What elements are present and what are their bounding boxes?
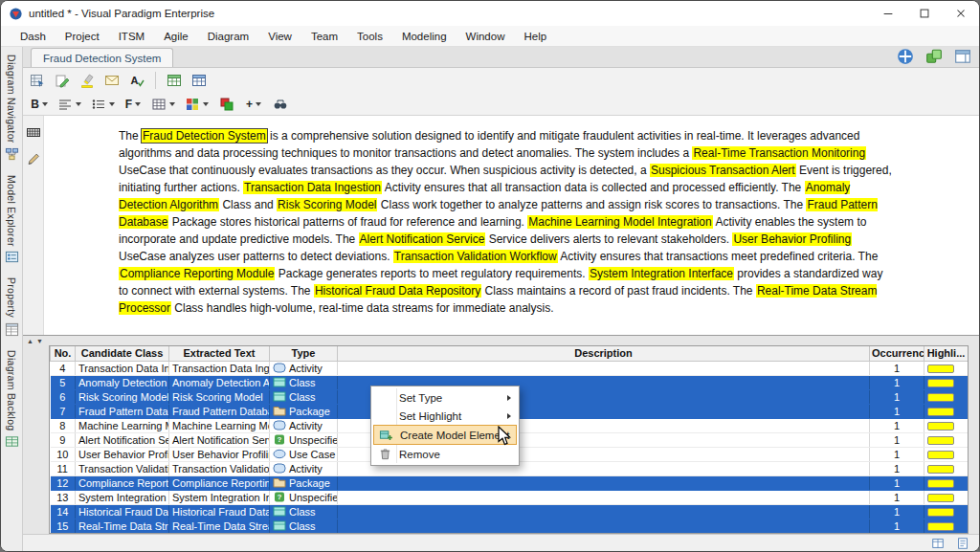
menu-diagram[interactable]: Diagram bbox=[198, 29, 258, 44]
type-label: Activity bbox=[289, 463, 323, 475]
highlight-color-swatch[interactable] bbox=[927, 436, 954, 445]
sidebar-tab-diagram-navigator[interactable]: Diagram Navigator bbox=[5, 55, 19, 162]
highlight-color-swatch[interactable] bbox=[927, 379, 954, 387]
highlight-color-swatch[interactable] bbox=[927, 364, 954, 373]
column-header-description[interactable]: Description bbox=[338, 346, 870, 361]
align-button[interactable] bbox=[56, 95, 83, 114]
highlighted-term[interactable]: System Integration Interface bbox=[589, 267, 734, 280]
highlighted-term[interactable]: Historical Fraud Data Repository bbox=[314, 284, 481, 298]
dropdown-arrow-icon bbox=[256, 102, 261, 106]
color-pair-button[interactable] bbox=[216, 95, 237, 114]
highlighted-term[interactable]: Fraud Detection System bbox=[142, 129, 267, 143]
sidebar-tab-property[interactable]: Property bbox=[5, 277, 19, 336]
model-grid-button[interactable] bbox=[189, 71, 210, 90]
pencil-tool-button[interactable] bbox=[25, 150, 42, 167]
highlight-color-swatch[interactable] bbox=[927, 494, 954, 502]
highlighted-term[interactable]: Alert Notification Service bbox=[359, 232, 486, 246]
find-button[interactable] bbox=[270, 95, 291, 114]
cell-occurrence: 1 bbox=[870, 475, 924, 490]
highlight-color-swatch[interactable] bbox=[927, 408, 954, 416]
align-icon bbox=[57, 97, 73, 112]
highlight-color-swatch[interactable] bbox=[927, 465, 954, 474]
collapse-panel-button[interactable]: ▲ bbox=[27, 338, 33, 344]
menu-item-remove[interactable]: Remove bbox=[373, 445, 517, 463]
menu-team[interactable]: Team bbox=[301, 29, 347, 44]
highlight-color-swatch[interactable] bbox=[927, 508, 954, 517]
cell-extracted-text: Machine Learning Model Integration bbox=[169, 418, 270, 432]
highlighted-term[interactable]: Risk Scoring Model bbox=[277, 198, 377, 211]
sidebar-tab-diagram-backlog[interactable]: Diagram Backlog bbox=[5, 350, 19, 449]
menu-item-set-type[interactable]: Set Type bbox=[373, 388, 517, 407]
highlight-color-swatch[interactable] bbox=[927, 422, 954, 431]
table-button[interactable] bbox=[149, 95, 177, 114]
tab-fraud-detection-system[interactable]: Fraud Detection System bbox=[31, 48, 173, 67]
add-button[interactable]: + bbox=[243, 95, 264, 114]
edit-pencil-button[interactable] bbox=[52, 71, 73, 90]
column-header-type[interactable]: Type bbox=[270, 346, 338, 361]
table-icon bbox=[151, 97, 167, 112]
panel-layout-button[interactable] bbox=[952, 47, 973, 66]
minimize-button[interactable] bbox=[870, 1, 906, 26]
column-header-no[interactable]: No. bbox=[51, 346, 76, 361]
highlighted-term[interactable]: Compliance Reporting Module bbox=[119, 267, 275, 280]
menu-view[interactable]: View bbox=[258, 29, 301, 44]
diagram-navigator-icon bbox=[5, 147, 19, 162]
menu-agile[interactable]: Agile bbox=[154, 29, 198, 44]
highlighter-button[interactable] bbox=[77, 71, 98, 90]
cell-description bbox=[338, 504, 870, 519]
highlighted-term[interactable]: Transaction Validation Workflow bbox=[393, 250, 558, 263]
highlighted-term[interactable]: Machine Learning Model Integration bbox=[527, 215, 712, 229]
window-controls bbox=[870, 1, 979, 26]
list-button[interactable] bbox=[89, 95, 117, 114]
cell-candidate-class: Compliance Reporting Module bbox=[76, 475, 169, 490]
highlight-color-swatch[interactable] bbox=[927, 479, 954, 488]
column-header-candidate-class[interactable]: Candidate Class bbox=[76, 346, 169, 361]
pan-window-button[interactable] bbox=[895, 47, 916, 66]
highlight-color-swatch[interactable] bbox=[927, 522, 954, 531]
maximize-button[interactable] bbox=[906, 1, 943, 26]
highlight-color-swatch[interactable] bbox=[927, 451, 954, 459]
grid-tool-button[interactable] bbox=[25, 123, 42, 141]
status-diagram-button[interactable] bbox=[929, 536, 947, 551]
cell-occurrence: 1 bbox=[870, 361, 924, 375]
app-window: untitled * - Visual Paradigm Enterprise … bbox=[0, 0, 980, 552]
share-model-button[interactable] bbox=[924, 47, 945, 66]
table-row[interactable]: 14Historical Fraud Data RepositoryHistor… bbox=[51, 504, 969, 519]
menu-window[interactable]: Window bbox=[457, 29, 515, 44]
highlight-color-swatch[interactable] bbox=[927, 393, 954, 402]
menu-modeling[interactable]: Modeling bbox=[392, 29, 457, 44]
status-edit-button[interactable] bbox=[954, 536, 971, 551]
color-grid-button[interactable] bbox=[183, 95, 211, 114]
mail-button[interactable] bbox=[101, 71, 122, 90]
highlighted-term[interactable]: Suspicious Transaction Alert bbox=[650, 164, 796, 177]
menu-item-create-model-element[interactable]: Create Model Element bbox=[373, 425, 517, 445]
expand-panel-button[interactable]: ▼ bbox=[36, 338, 43, 344]
menu-project[interactable]: Project bbox=[56, 29, 109, 44]
menu-help[interactable]: Help bbox=[514, 29, 556, 44]
highlighted-term[interactable]: User Behavior Profiling bbox=[732, 232, 852, 246]
menu-item-set-highlight[interactable]: Set Highlight bbox=[373, 407, 517, 425]
close-button[interactable] bbox=[943, 1, 979, 26]
menu-tools[interactable]: Tools bbox=[347, 29, 392, 44]
table-row[interactable]: 13System Integration InterfaceSystem Int… bbox=[51, 490, 969, 504]
table-row[interactable]: 15Real-Time Data Stream ProcessorReal-Ti… bbox=[51, 519, 969, 533]
highlighted-term[interactable]: Real-Time Transaction Monitoring bbox=[692, 146, 866, 160]
sidebar-tab-model-explorer[interactable]: Model Explorer bbox=[5, 175, 19, 265]
cell-type: Class bbox=[270, 519, 338, 533]
menu-dash[interactable]: Dash bbox=[11, 29, 56, 44]
text-analysis-button[interactable] bbox=[27, 71, 48, 90]
candidate-grid-button[interactable] bbox=[164, 71, 185, 90]
table-row[interactable]: 12Compliance Reporting ModuleCompliance … bbox=[51, 475, 969, 490]
table-row[interactable]: 4Transaction Data IngestionTransaction D… bbox=[51, 361, 969, 375]
highlighted-term[interactable]: Transaction Data Ingestion bbox=[243, 181, 382, 194]
bold-button[interactable]: B bbox=[29, 95, 50, 114]
font-check-button[interactable]: A bbox=[126, 71, 147, 90]
toolbar-row-2: BF+ bbox=[23, 93, 979, 116]
menu-itsm[interactable]: ITSM bbox=[109, 29, 154, 44]
column-header-extracted-text[interactable]: Extracted Text bbox=[169, 346, 270, 361]
column-header-highli[interactable]: Highli... bbox=[924, 346, 969, 361]
column-header-occurrence[interactable]: Occurrence bbox=[870, 346, 924, 361]
type-unspecified-icon: ? bbox=[273, 434, 286, 445]
font-button[interactable]: F bbox=[122, 95, 144, 114]
type-label: Package bbox=[289, 477, 330, 489]
